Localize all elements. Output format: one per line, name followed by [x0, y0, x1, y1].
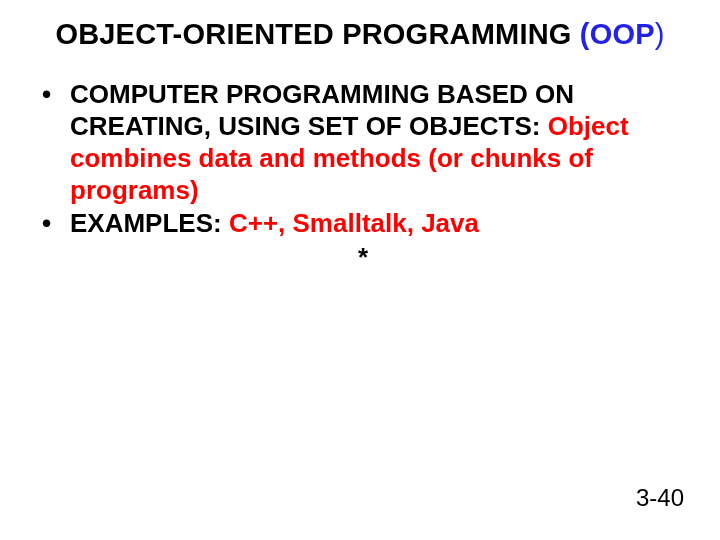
title-oop: (OOP — [580, 18, 655, 50]
bullet-emphasis: C++, Smalltalk, Java — [229, 208, 479, 238]
bullet-lead: COMPUTER PROGRAMMING BASED ON CREATING, … — [70, 79, 574, 141]
slide-body: COMPUTER PROGRAMMING BASED ON CREATING, … — [36, 79, 684, 273]
bullet-item: EXAMPLES: C++, Smalltalk, Java — [42, 208, 684, 240]
footnote-star: * — [42, 242, 684, 273]
bullet-list: COMPUTER PROGRAMMING BASED ON CREATING, … — [42, 79, 684, 240]
title-prefix: OBJECT-ORIENTED PROGRAMMING — [55, 18, 571, 50]
title-close-paren: ) — [655, 18, 665, 50]
bullet-item: COMPUTER PROGRAMMING BASED ON CREATING, … — [42, 79, 684, 206]
page-number: 3-40 — [636, 484, 684, 512]
slide-title: OBJECT-ORIENTED PROGRAMMING (OOP) — [36, 18, 684, 51]
bullet-lead: EXAMPLES: — [70, 208, 229, 238]
slide: OBJECT-ORIENTED PROGRAMMING (OOP) COMPUT… — [0, 0, 720, 540]
